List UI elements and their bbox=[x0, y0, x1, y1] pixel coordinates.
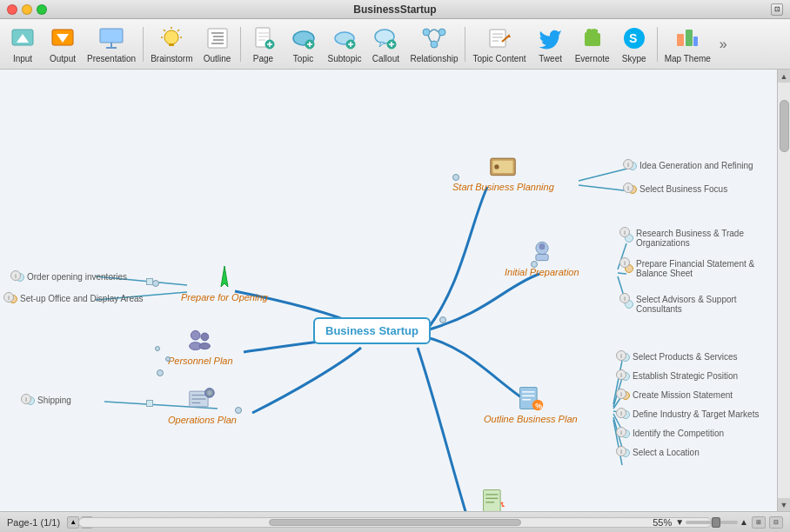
svg-point-69 bbox=[495, 164, 499, 169]
badge-13: i bbox=[10, 270, 21, 281]
conn-per2 bbox=[165, 356, 171, 362]
presentation-icon bbox=[97, 24, 125, 52]
leaf-setup-office: Set-up Office and Display Areas bbox=[9, 294, 144, 303]
map-theme-label: Map Theme bbox=[665, 54, 711, 63]
node-outline[interactable]: % Outline Business Plan bbox=[484, 384, 578, 424]
badge-8: i bbox=[616, 389, 626, 399]
main-canvas: Business Startup Start Business Planning… bbox=[0, 70, 790, 511]
leaf-financial: Prepare Financial Statement &Balance She… bbox=[625, 259, 754, 278]
toolbar: Input Output Presentation bbox=[0, 19, 790, 70]
svg-line-9 bbox=[177, 30, 179, 31]
toolbar-page[interactable]: Page bbox=[244, 22, 283, 67]
skype-icon: S bbox=[620, 24, 648, 52]
svg-point-41 bbox=[431, 41, 438, 48]
scrollbar-bottom[interactable] bbox=[78, 517, 712, 528]
svg-line-52 bbox=[579, 168, 631, 181]
toolbar-brainstorm[interactable]: Brainstorm bbox=[147, 22, 196, 67]
svg-text:S: S bbox=[629, 31, 637, 45]
toolbar-topic-content[interactable]: Topic Content bbox=[469, 22, 529, 67]
toolbar-evernote[interactable]: Evernote bbox=[572, 22, 613, 67]
zoom-in[interactable]: ▲ bbox=[740, 517, 748, 527]
start-business-label: Start Business Planning bbox=[452, 182, 554, 192]
toolbar-skype[interactable]: S Skype bbox=[615, 22, 653, 67]
brainstorm-label: Brainstorm bbox=[151, 54, 192, 63]
toolbar-tweet[interactable]: Tweet bbox=[532, 22, 570, 67]
scroll-thumb-h[interactable] bbox=[269, 519, 521, 526]
leaf-idea-gen: Idea Generation and Refining bbox=[628, 161, 753, 170]
page-label: Page bbox=[253, 54, 273, 63]
svg-rect-42 bbox=[490, 30, 505, 47]
node-start-business[interactable]: Start Business Planning bbox=[452, 152, 554, 192]
output-label: Output bbox=[50, 54, 76, 63]
node-initial-prep[interactable]: Initial Preparation bbox=[505, 237, 579, 277]
leaf-shipping: Shipping bbox=[26, 396, 71, 405]
node-advisory[interactable]: Establish an Advisory Board bbox=[449, 487, 540, 511]
leaf-select-focus: Select Business Focus bbox=[628, 184, 727, 194]
svg-point-89 bbox=[191, 330, 201, 340]
svg-marker-93 bbox=[221, 266, 228, 287]
scroll-down[interactable]: ▼ bbox=[778, 498, 791, 511]
toolbar-callout[interactable]: Callout bbox=[366, 22, 405, 67]
output-icon bbox=[49, 24, 77, 52]
tweet-label: Tweet bbox=[539, 54, 562, 63]
badge-14: i bbox=[3, 292, 14, 303]
scroll-up[interactable]: ▲ bbox=[778, 70, 791, 83]
topic-label: Topic bbox=[293, 54, 313, 63]
toolbar-presentation[interactable]: Presentation bbox=[84, 22, 139, 67]
evernote-label: Evernote bbox=[575, 54, 610, 63]
svg-text:%: % bbox=[535, 402, 542, 410]
minimize-button[interactable] bbox=[22, 4, 32, 15]
skype-label: Skype bbox=[622, 54, 646, 63]
zoom-slider[interactable] bbox=[686, 521, 738, 524]
brainstorm-icon bbox=[157, 24, 185, 52]
svg-rect-51 bbox=[693, 37, 698, 46]
toolbar-more[interactable]: » bbox=[716, 37, 731, 52]
resize-button[interactable]: ⊡ bbox=[771, 3, 783, 16]
scroll-thumb[interactable] bbox=[780, 100, 789, 152]
node-operations[interactable]: Operations Plan bbox=[168, 385, 237, 425]
leaf-industry: Define Industry & Target Markets bbox=[621, 409, 759, 419]
outline-biz-label: Outline Business Plan bbox=[484, 414, 578, 424]
center-node[interactable]: Business Startup bbox=[313, 317, 431, 344]
personnel-icon bbox=[186, 326, 214, 354]
toolbar-input[interactable]: Input bbox=[3, 22, 42, 67]
outline-biz-icon: % bbox=[517, 384, 545, 412]
node-personnel[interactable]: Personnel Plan bbox=[168, 326, 233, 366]
toolbar-relationship[interactable]: Relationship bbox=[406, 22, 461, 67]
operations-icon bbox=[188, 385, 216, 413]
view-btn-1[interactable]: ⊞ bbox=[752, 516, 766, 529]
svg-rect-4 bbox=[100, 29, 123, 43]
zoom-out[interactable]: ▼ bbox=[675, 517, 684, 527]
initial-prep-icon bbox=[528, 237, 556, 265]
conn-per1 bbox=[155, 346, 160, 351]
page-label: Page-1 (1/1) bbox=[7, 517, 60, 528]
close-button[interactable] bbox=[7, 4, 17, 15]
subtopic-label: Subtopic bbox=[328, 54, 362, 63]
badge-2: i bbox=[623, 183, 633, 193]
scroll-track[interactable] bbox=[778, 83, 790, 498]
window-title: BusinessStartup bbox=[353, 3, 436, 16]
svg-point-7 bbox=[164, 30, 178, 44]
badge-3: i bbox=[619, 227, 630, 237]
sep4 bbox=[657, 27, 658, 62]
maximize-button[interactable] bbox=[37, 4, 47, 15]
view-btn-2[interactable]: ⊟ bbox=[769, 516, 783, 529]
svg-rect-71 bbox=[536, 255, 548, 261]
toolbar-output[interactable]: Output bbox=[44, 22, 82, 67]
topic-content-label: Topic Content bbox=[472, 54, 526, 63]
toolbar-outline[interactable]: Outline bbox=[198, 22, 237, 67]
zoom-thumb[interactable] bbox=[712, 517, 720, 528]
scrollbar-right[interactable]: ▲ ▼ bbox=[777, 70, 790, 511]
toolbar-subtopic[interactable]: Subtopic bbox=[325, 22, 365, 67]
toolbar-map-theme[interactable]: Map Theme bbox=[661, 22, 714, 67]
svg-line-11 bbox=[164, 30, 165, 31]
page-icon bbox=[250, 24, 278, 52]
input-icon bbox=[9, 24, 37, 52]
node-prepare[interactable]: Prepare for Opening bbox=[181, 263, 268, 303]
prepare-label: Prepare for Opening bbox=[181, 292, 268, 303]
advisory-icon bbox=[480, 487, 508, 511]
relationship-label: Relationship bbox=[410, 54, 458, 63]
badge-11: i bbox=[616, 446, 626, 456]
outline-icon bbox=[204, 24, 231, 52]
toolbar-topic[interactable]: Topic bbox=[285, 22, 323, 67]
